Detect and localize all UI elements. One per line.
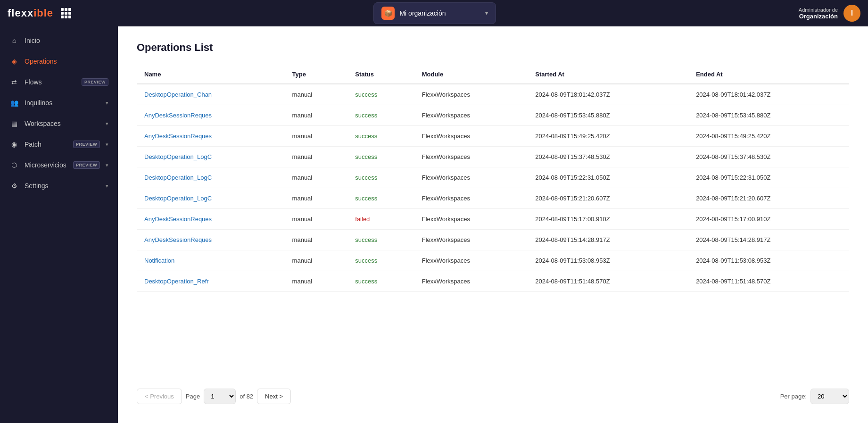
pagination-right: Per page: 102050100 — [780, 389, 849, 404]
row-name[interactable]: DesktopOperation_Chan — [137, 84, 285, 105]
sidebar-label-inicio: Inicio — [25, 37, 108, 44]
sidebar-item-inquilinos[interactable]: 👥Inquilinos▾ — [0, 92, 118, 113]
per-page-label: Per page: — [780, 393, 807, 400]
sidebar-label-settings: Settings — [25, 182, 100, 190]
row-module: FlexxWorkspaces — [414, 209, 528, 230]
logo-text: flexxible — [8, 7, 53, 19]
row-name[interactable]: AnyDeskSessionReques — [137, 230, 285, 250]
row-status: success — [347, 230, 414, 250]
sidebar-item-inicio[interactable]: ⌂Inicio — [0, 30, 118, 51]
table-row[interactable]: DesktopOperation_LogCmanualsuccessFlexxW… — [137, 147, 849, 167]
table-row[interactable]: NotificationmanualsuccessFlexxWorkspaces… — [137, 250, 849, 271]
preview-badge-flows: PREVIEW — [82, 78, 108, 86]
row-module: FlexxWorkspaces — [414, 230, 528, 250]
chevron-icon-workspaces: ▾ — [106, 121, 108, 127]
sidebar-item-operations[interactable]: ◈Operations — [0, 51, 118, 72]
pagination-left: < Previous Page 1 of 82 Next > — [137, 389, 291, 404]
col-header-ended-at: Ended At — [688, 65, 849, 84]
logo[interactable]: flexxible — [8, 7, 53, 19]
table-row[interactable]: DesktopOperation_LogCmanualsuccessFlexxW… — [137, 167, 849, 188]
table-row[interactable]: AnyDeskSessionRequesmanualfailedFlexxWor… — [137, 209, 849, 230]
row-name[interactable]: DesktopOperation_LogC — [137, 147, 285, 167]
row-started-at: 2024-08-09T15:53:45.880Z — [528, 105, 688, 126]
home-icon: ⌂ — [9, 36, 19, 45]
row-name[interactable]: Notification — [137, 250, 285, 271]
sidebar-label-workspaces: Workspaces — [25, 120, 100, 127]
sidebar-label-operations: Operations — [25, 58, 108, 65]
row-name[interactable]: AnyDeskSessionReques — [137, 105, 285, 126]
row-module: FlexxWorkspaces — [414, 147, 528, 167]
row-started-at: 2024-08-09T15:37:48.530Z — [528, 147, 688, 167]
table-header: NameTypeStatusModuleStarted AtEnded At — [137, 65, 849, 84]
pagination: < Previous Page 1 of 82 Next > Per page:… — [137, 379, 849, 408]
grid-icon[interactable] — [61, 8, 71, 18]
table-row[interactable]: AnyDeskSessionRequesmanualsuccessFlexxWo… — [137, 230, 849, 250]
table-row[interactable]: DesktopOperation_RefrmanualsuccessFlexxW… — [137, 271, 849, 292]
row-name[interactable]: AnyDeskSessionReques — [137, 209, 285, 230]
org-selector[interactable]: 📦 Mi organización ▾ — [373, 2, 496, 24]
col-header-name: Name — [137, 65, 285, 84]
table-row[interactable]: AnyDeskSessionRequesmanualsuccessFlexxWo… — [137, 105, 849, 126]
row-type: manual — [285, 147, 348, 167]
row-status: success — [347, 250, 414, 271]
row-module: FlexxWorkspaces — [414, 105, 528, 126]
admin-label: Administrador de — [799, 7, 838, 13]
topnav: flexxible 📦 Mi organización ▾ Administra… — [0, 0, 868, 26]
sidebar-item-flows[interactable]: ⇄FlowsPREVIEW — [0, 72, 118, 92]
row-status: success — [347, 188, 414, 209]
page-title: Operations List — [137, 41, 849, 54]
row-name[interactable]: DesktopOperation_Refr — [137, 271, 285, 292]
row-status: success — [347, 84, 414, 105]
table-row[interactable]: DesktopOperation_ChanmanualsuccessFlexxW… — [137, 84, 849, 105]
row-started-at: 2024-08-09T15:22:31.050Z — [528, 167, 688, 188]
sidebar-item-workspaces[interactable]: ▦Workspaces▾ — [0, 113, 118, 134]
row-type: manual — [285, 250, 348, 271]
per-page-select[interactable]: 102050100 — [810, 389, 849, 404]
row-ended-at: 2024-08-09T11:53:08.953Z — [688, 250, 849, 271]
sidebar-item-settings[interactable]: ⚙Settings▾ — [0, 175, 118, 196]
row-type: manual — [285, 209, 348, 230]
sidebar-label-flows: Flows — [25, 78, 76, 86]
avatar[interactable]: I — [843, 5, 860, 22]
sidebar-label-inquilinos: Inquilinos — [25, 99, 100, 107]
sidebar: ⌂Inicio◈Operations⇄FlowsPREVIEW👥Inquilin… — [0, 26, 118, 423]
sidebar-item-microservicios[interactable]: ⬡MicroserviciosPREVIEW▾ — [0, 155, 118, 175]
of-label: of 82 — [240, 393, 253, 400]
row-status: success — [347, 147, 414, 167]
workspaces-icon: ▦ — [9, 119, 19, 128]
row-name[interactable]: DesktopOperation_LogC — [137, 188, 285, 209]
col-header-status: Status — [347, 65, 414, 84]
main-content: Operations List NameTypeStatusModuleStar… — [118, 26, 868, 423]
preview-badge-microservicios: PREVIEW — [73, 161, 100, 169]
sidebar-item-patch[interactable]: ◉PatchPREVIEW▾ — [0, 134, 118, 155]
row-started-at: 2024-08-09T15:49:25.420Z — [528, 126, 688, 147]
flows-icon: ⇄ — [9, 77, 19, 87]
row-ended-at: 2024-08-09T15:17:00.910Z — [688, 209, 849, 230]
prev-button[interactable]: < Previous — [137, 389, 182, 404]
page-select[interactable]: 1 — [204, 389, 236, 404]
row-type: manual — [285, 105, 348, 126]
row-ended-at: 2024-08-09T15:14:28.917Z — [688, 230, 849, 250]
next-button[interactable]: Next > — [257, 389, 291, 404]
row-module: FlexxWorkspaces — [414, 84, 528, 105]
chevron-icon-patch: ▾ — [106, 141, 108, 148]
row-type: manual — [285, 230, 348, 250]
row-type: manual — [285, 167, 348, 188]
row-name[interactable]: AnyDeskSessionReques — [137, 126, 285, 147]
row-name[interactable]: DesktopOperation_LogC — [137, 167, 285, 188]
row-status: success — [347, 167, 414, 188]
row-type: manual — [285, 271, 348, 292]
row-ended-at: 2024-08-09T18:01:42.037Z — [688, 84, 849, 105]
sidebar-label-patch: Patch — [25, 141, 67, 148]
ops-icon: ◈ — [9, 57, 19, 66]
table-row[interactable]: DesktopOperation_LogCmanualsuccessFlexxW… — [137, 188, 849, 209]
col-header-module: Module — [414, 65, 528, 84]
row-module: FlexxWorkspaces — [414, 271, 528, 292]
row-ended-at: 2024-08-09T15:49:25.420Z — [688, 126, 849, 147]
col-header-started-at: Started At — [528, 65, 688, 84]
row-status: success — [347, 271, 414, 292]
chevron-icon-microservicios: ▾ — [106, 162, 108, 168]
row-ended-at: 2024-08-09T15:21:20.607Z — [688, 188, 849, 209]
table-row[interactable]: AnyDeskSessionRequesmanualsuccessFlexxWo… — [137, 126, 849, 147]
row-module: FlexxWorkspaces — [414, 188, 528, 209]
